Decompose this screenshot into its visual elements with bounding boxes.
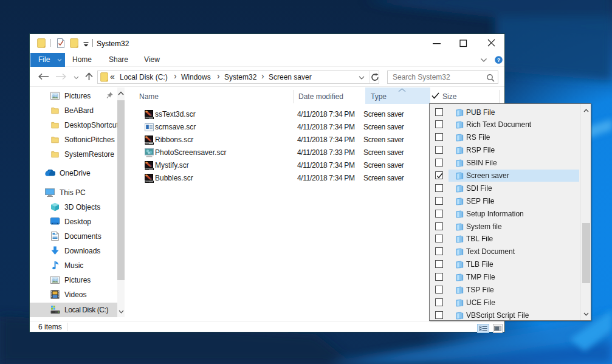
svg-text:?: ? xyxy=(497,57,501,63)
